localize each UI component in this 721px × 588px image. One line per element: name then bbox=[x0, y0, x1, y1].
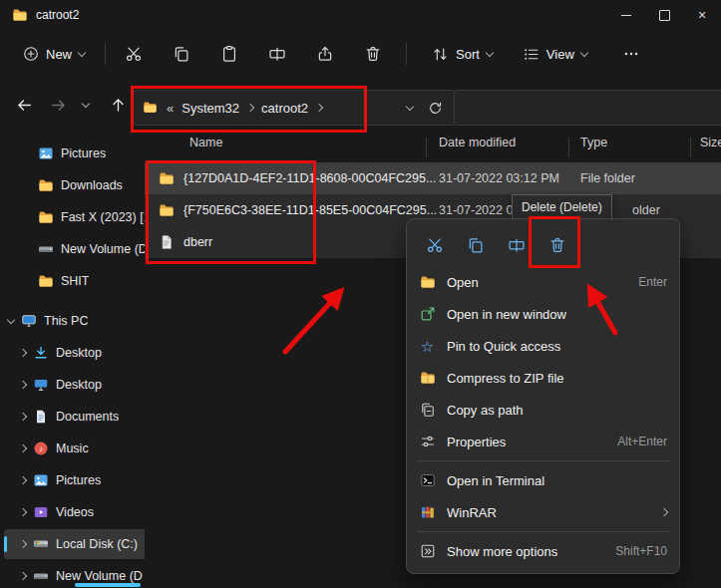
chevron-down-icon bbox=[82, 99, 90, 107]
folder-icon bbox=[159, 202, 175, 218]
sidebar-item-label: Fast X (2023) [1 bbox=[61, 210, 145, 224]
sort-button[interactable]: Sort bbox=[422, 39, 503, 70]
star-icon: ☆ bbox=[419, 339, 436, 354]
chevron-right-icon[interactable] bbox=[19, 349, 27, 357]
copy-path-icon bbox=[419, 402, 436, 418]
breadcrumb-segment-system32[interactable]: System32 bbox=[181, 101, 239, 116]
delete-tooltip: Delete (Delete) bbox=[512, 194, 612, 219]
folder-icon bbox=[38, 177, 54, 193]
address-bar[interactable]: « System32 catroot2 bbox=[133, 90, 456, 126]
sidebar-item-label: New Volume (D bbox=[61, 242, 145, 256]
folder-icon bbox=[38, 273, 54, 289]
sidebar-item-label: Desktop bbox=[56, 378, 102, 392]
menu-item-open[interactable]: Open Enter bbox=[411, 266, 675, 298]
copy-button[interactable] bbox=[458, 228, 494, 262]
menu-item-open-new-window[interactable]: Open in new window bbox=[411, 298, 675, 330]
forward-button[interactable] bbox=[42, 89, 74, 121]
rename-button[interactable] bbox=[499, 228, 535, 262]
file-date: 31-07-2022 03:12 PM bbox=[439, 171, 559, 185]
menu-item-show-more-options[interactable]: Show more options Shift+F10 bbox=[411, 535, 675, 567]
sidebar-item-documents[interactable]: Documents bbox=[4, 402, 145, 432]
column-header-type[interactable]: Type bbox=[580, 136, 607, 149]
column-divider[interactable] bbox=[426, 138, 427, 157]
refresh-button[interactable] bbox=[428, 101, 443, 116]
chevron-right-icon[interactable] bbox=[246, 104, 254, 112]
chevron-right-icon[interactable] bbox=[19, 413, 27, 421]
more-options-button[interactable] bbox=[613, 37, 650, 71]
recent-locations-button[interactable] bbox=[74, 89, 98, 121]
minimize-button[interactable] bbox=[607, 0, 645, 30]
sidebar-item-new-volume[interactable]: New Volume (D bbox=[4, 234, 145, 264]
search-box bbox=[454, 90, 721, 126]
column-divider[interactable] bbox=[568, 138, 569, 157]
horizontal-scrollbar-thumb[interactable] bbox=[75, 583, 141, 587]
file-type: File folder bbox=[580, 171, 635, 185]
menu-item-winrar[interactable]: WinRAR bbox=[411, 496, 675, 528]
delete-button[interactable] bbox=[354, 37, 391, 71]
up-button[interactable] bbox=[102, 89, 134, 121]
menu-shortcut: Shift+F10 bbox=[615, 544, 667, 558]
file-row-guid-1[interactable]: {127D0A1D-4EF2-11D1-8608-00C04FC295... 3… bbox=[145, 162, 721, 194]
back-button[interactable] bbox=[8, 89, 40, 121]
chevron-right-icon[interactable] bbox=[315, 104, 323, 112]
sidebar-item-label: New Volume (D bbox=[56, 569, 143, 583]
column-header-date[interactable]: Date modified bbox=[439, 136, 516, 149]
sidebar-item-label: Music bbox=[56, 441, 89, 455]
sidebar-item-local-disk-c[interactable]: Local Disk (C:) bbox=[4, 529, 145, 559]
chevron-right-icon[interactable] bbox=[19, 381, 27, 389]
new-button[interactable]: New bbox=[12, 39, 96, 69]
paste-icon bbox=[220, 45, 238, 63]
chevron-right-icon[interactable] bbox=[19, 572, 27, 580]
chevron-right-icon[interactable] bbox=[19, 508, 27, 516]
menu-item-copy-as-path[interactable]: Copy as path bbox=[411, 394, 675, 426]
forward-icon bbox=[50, 97, 67, 114]
menu-item-label: Copy as path bbox=[447, 403, 524, 418]
search-input[interactable] bbox=[465, 100, 721, 117]
menu-item-pin-quick-access[interactable]: ☆ Pin to Quick access bbox=[411, 330, 675, 362]
sidebar-item-videos[interactable]: Videos bbox=[4, 497, 145, 527]
new-window-icon bbox=[419, 306, 436, 322]
share-button[interactable] bbox=[306, 37, 343, 71]
sidebar-item-pictures-pc[interactable]: Pictures bbox=[4, 465, 145, 495]
view-button[interactable]: View bbox=[513, 39, 597, 70]
sidebar-item-downloads[interactable]: Downloads bbox=[4, 170, 145, 200]
toolbar-divider bbox=[105, 43, 106, 65]
maximize-button[interactable] bbox=[645, 0, 683, 30]
sidebar-item-shit[interactable]: SHIT bbox=[4, 266, 145, 296]
sort-icon bbox=[432, 46, 449, 63]
address-bar-controls bbox=[407, 101, 446, 116]
sidebar-item-desktop-1[interactable]: Desktop bbox=[4, 338, 145, 368]
column-header-name[interactable]: Name bbox=[189, 136, 222, 149]
menu-item-label: Pin to Quick access bbox=[447, 339, 560, 354]
cut-button[interactable] bbox=[115, 37, 152, 71]
paste-button[interactable] bbox=[210, 37, 247, 71]
chevron-right-icon[interactable] bbox=[19, 444, 27, 452]
menu-item-label: Compress to ZIP file bbox=[447, 371, 564, 386]
menu-item-compress-zip[interactable]: Compress to ZIP file bbox=[411, 362, 675, 394]
chevron-down-icon[interactable] bbox=[7, 315, 15, 323]
sidebar-item-this-pc[interactable]: This PC bbox=[4, 306, 145, 336]
sidebar-item-music[interactable]: ♪ Music bbox=[4, 434, 145, 463]
cut-button[interactable] bbox=[417, 228, 453, 262]
address-dropdown-icon[interactable] bbox=[406, 102, 414, 110]
menu-item-properties[interactable]: Properties Alt+Enter bbox=[411, 426, 675, 457]
breadcrumb-segment-catroot2[interactable]: catroot2 bbox=[261, 101, 308, 116]
folder-icon bbox=[159, 170, 175, 186]
column-header-size[interactable]: Size bbox=[700, 136, 721, 149]
sidebar-item-desktop-2[interactable]: Desktop bbox=[4, 370, 145, 400]
close-button[interactable]: × bbox=[683, 0, 721, 30]
column-divider[interactable] bbox=[690, 138, 691, 157]
menu-item-open-terminal[interactable]: Open in Terminal bbox=[411, 464, 675, 496]
rename-button[interactable] bbox=[258, 37, 295, 71]
sidebar-item-label: Videos bbox=[56, 505, 94, 519]
delete-button[interactable] bbox=[540, 228, 575, 262]
sidebar-item-pictures[interactable]: Pictures bbox=[4, 139, 145, 168]
copy-button[interactable] bbox=[163, 37, 199, 71]
sort-button-label: Sort bbox=[456, 47, 480, 62]
breadcrumb-overflow[interactable]: « bbox=[167, 101, 174, 116]
chevron-right-icon[interactable] bbox=[19, 540, 27, 548]
window-title: catroot2 bbox=[36, 8, 79, 22]
folder-icon bbox=[38, 209, 54, 225]
chevron-right-icon[interactable] bbox=[19, 476, 27, 484]
sidebar-item-fast-x[interactable]: Fast X (2023) [1 bbox=[4, 202, 145, 232]
